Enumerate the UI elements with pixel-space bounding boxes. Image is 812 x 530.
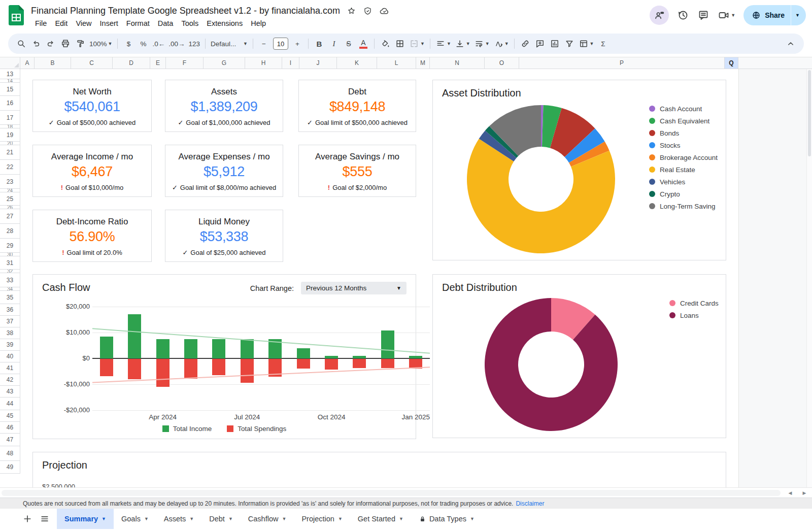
- sheet-tab-cashflow[interactable]: Cashflow▼: [241, 509, 294, 529]
- sheet-canvas[interactable]: Net Worth$540,061✓Goal of $500,000 achie…: [20, 69, 812, 487]
- row-header-34[interactable]: 34: [0, 287, 20, 291]
- collapse-toolbar-button[interactable]: [784, 37, 798, 51]
- row-header-21[interactable]: 21: [0, 145, 20, 160]
- row-header-46[interactable]: 46: [0, 422, 20, 434]
- insert-link-button[interactable]: [518, 37, 532, 51]
- row-header-35[interactable]: 35: [0, 291, 20, 304]
- font-size-input[interactable]: 10: [272, 37, 290, 51]
- share-dropdown-caret[interactable]: ▼: [791, 5, 806, 25]
- select-all-corner[interactable]: [0, 57, 20, 69]
- row-header-26[interactable]: 26: [0, 206, 20, 209]
- disclaimer-link[interactable]: Disclaimer: [516, 500, 544, 507]
- tab-menu-caret[interactable]: ▼: [338, 516, 343, 521]
- fill-color-button[interactable]: [378, 37, 392, 51]
- row-header-37[interactable]: 37: [0, 316, 20, 327]
- tab-menu-caret[interactable]: ▼: [101, 516, 106, 521]
- bold-button[interactable]: B: [312, 37, 326, 51]
- more-formats-button[interactable]: 123: [187, 37, 202, 51]
- chart-range-select[interactable]: Previous 12 Months ▼: [301, 282, 407, 294]
- row-header-18[interactable]: 18: [0, 125, 20, 128]
- row-header-43[interactable]: 43: [0, 386, 20, 397]
- column-header-c[interactable]: C: [71, 57, 113, 69]
- asset-distribution-panel[interactable]: Asset Distribution Cash AccountCash Equi…: [432, 80, 726, 260]
- print-button[interactable]: [58, 37, 73, 51]
- tab-menu-caret[interactable]: ▼: [282, 516, 286, 521]
- menu-format[interactable]: Format: [122, 18, 154, 29]
- row-header-13[interactable]: 13: [0, 69, 20, 79]
- column-header-b[interactable]: B: [35, 57, 71, 69]
- row-header-14[interactable]: 14: [0, 79, 20, 83]
- format-percent-button[interactable]: %: [136, 37, 150, 51]
- presence-avatar[interactable]: [650, 6, 669, 25]
- menu-file[interactable]: File: [31, 18, 51, 29]
- row-header-27[interactable]: 27: [0, 209, 20, 224]
- horizontal-align-button[interactable]: ▼: [434, 37, 453, 51]
- comments-icon[interactable]: [697, 9, 709, 21]
- shield-check-icon[interactable]: [363, 6, 373, 16]
- row-header-32[interactable]: 32: [0, 270, 20, 273]
- column-header-j[interactable]: J: [299, 57, 337, 69]
- cloud-saved-icon[interactable]: [379, 6, 390, 16]
- increase-decimals-button[interactable]: .00→: [167, 37, 186, 51]
- row-header-33[interactable]: 33: [0, 273, 20, 287]
- sheet-tab-data-types[interactable]: Data Types▼: [411, 509, 482, 529]
- font-size-increase-button[interactable]: +: [290, 37, 304, 51]
- column-header-m[interactable]: M: [416, 57, 430, 69]
- format-currency-button[interactable]: $: [121, 37, 136, 51]
- cash-flow-panel[interactable]: Cash Flow Chart Range: Previous 12 Month…: [32, 274, 416, 439]
- row-header-49[interactable]: 49: [0, 461, 20, 474]
- borders-button[interactable]: [393, 37, 407, 51]
- decrease-decimals-button[interactable]: .0←: [151, 37, 166, 51]
- row-header-39[interactable]: 39: [0, 339, 20, 351]
- zoom-select[interactable]: 100%▼: [88, 37, 114, 51]
- menu-help[interactable]: Help: [247, 18, 270, 29]
- column-header-k[interactable]: K: [337, 57, 377, 69]
- merge-cells-button[interactable]: ▼: [408, 37, 426, 51]
- column-header-o[interactable]: O: [485, 57, 519, 69]
- row-header-31[interactable]: 31: [0, 256, 20, 270]
- debt-distribution-panel[interactable]: Debt Distribution Credit CardsLoans: [432, 274, 726, 438]
- row-header-48[interactable]: 48: [0, 446, 20, 461]
- share-button[interactable]: Share ▼: [743, 5, 806, 25]
- scroll-right-icon[interactable]: ▶: [800, 488, 809, 498]
- tab-menu-caret[interactable]: ▼: [470, 516, 475, 521]
- sheet-tab-projection[interactable]: Projection▼: [294, 509, 350, 529]
- meet-dropdown-caret[interactable]: ▼: [731, 13, 735, 18]
- vertical-align-button[interactable]: ▼: [453, 37, 472, 51]
- menu-tools[interactable]: Tools: [177, 18, 202, 29]
- search-icon[interactable]: [14, 37, 28, 51]
- add-sheet-button[interactable]: [22, 514, 32, 524]
- row-header-42[interactable]: 42: [0, 374, 20, 386]
- row-header-28[interactable]: 28: [0, 224, 20, 239]
- text-wrap-button[interactable]: ▼: [472, 37, 491, 51]
- all-sheets-button[interactable]: [40, 514, 50, 524]
- menu-extensions[interactable]: Extensions: [202, 18, 247, 29]
- vertical-scrollbar[interactable]: [806, 69, 812, 487]
- projection-panel[interactable]: Projection $2,500,000: [32, 452, 726, 487]
- row-header-30[interactable]: 30: [0, 253, 20, 256]
- menu-edit[interactable]: Edit: [51, 18, 72, 29]
- column-header-q[interactable]: Q: [725, 57, 738, 69]
- row-header-22[interactable]: 22: [0, 160, 20, 175]
- row-header-15[interactable]: 15: [0, 83, 20, 96]
- sheets-logo-icon[interactable]: [9, 5, 24, 27]
- table-views-button[interactable]: ▼: [577, 37, 596, 51]
- italic-button[interactable]: I: [327, 37, 341, 51]
- sheet-tab-get-started[interactable]: Get Started▼: [350, 509, 411, 529]
- strikethrough-button[interactable]: S: [342, 37, 356, 51]
- row-header-24[interactable]: 24: [0, 189, 20, 192]
- column-header-a[interactable]: A: [20, 57, 35, 69]
- font-select[interactable]: Defaul...▼: [209, 37, 249, 51]
- row-header-19[interactable]: 19: [0, 128, 20, 142]
- hscroll-track[interactable]: [2, 490, 781, 496]
- text-color-button[interactable]: A: [356, 37, 370, 51]
- insert-chart-button[interactable]: [548, 37, 562, 51]
- paint-format-button[interactable]: [73, 37, 87, 51]
- row-header-20[interactable]: 20: [0, 142, 20, 145]
- tab-menu-caret[interactable]: ▼: [228, 516, 233, 521]
- undo-button[interactable]: [29, 37, 43, 51]
- functions-button[interactable]: Σ: [596, 37, 610, 51]
- meet-video-button[interactable]: ▼: [718, 9, 735, 21]
- text-rotation-button[interactable]: ▼: [492, 37, 511, 51]
- row-header-16[interactable]: 16: [0, 96, 20, 111]
